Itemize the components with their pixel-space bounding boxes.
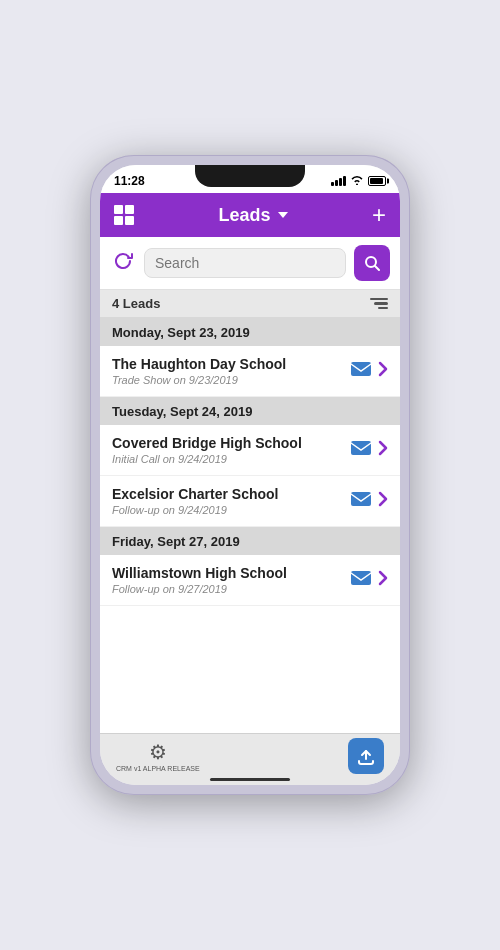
status-icons xyxy=(331,175,386,187)
lead-actions xyxy=(350,491,388,511)
grid-menu-icon[interactable] xyxy=(114,205,134,225)
list-item[interactable]: Williamstown High SchoolFollow-up on 9/2… xyxy=(100,555,400,606)
svg-rect-4 xyxy=(351,492,371,506)
email-icon[interactable] xyxy=(350,491,372,511)
phone-screen: 11:28 xyxy=(100,165,400,785)
notch xyxy=(195,165,305,187)
lead-actions xyxy=(350,361,388,381)
chevron-down-icon xyxy=(278,212,288,218)
lead-info: The Haughton Day SchoolTrade Show on 9/2… xyxy=(112,356,350,386)
svg-rect-2 xyxy=(351,362,371,376)
lead-info: Williamstown High SchoolFollow-up on 9/2… xyxy=(112,565,350,595)
lead-subtitle: Follow-up on 9/27/2019 xyxy=(112,583,350,595)
refresh-icon[interactable] xyxy=(110,248,136,278)
lead-subtitle: Trade Show on 9/23/2019 xyxy=(112,374,350,386)
leads-list: Monday, Sept 23, 2019The Haughton Day Sc… xyxy=(100,318,400,733)
settings-area[interactable]: ⚙ CRM v1 ALPHA RELEASE xyxy=(116,740,200,772)
upload-button[interactable] xyxy=(348,738,384,774)
search-input[interactable] xyxy=(145,249,345,277)
email-icon[interactable] xyxy=(350,440,372,460)
lead-subtitle: Follow-up on 9/24/2019 xyxy=(112,504,350,516)
list-item[interactable]: The Haughton Day SchoolTrade Show on 9/2… xyxy=(100,346,400,397)
signal-bars-icon xyxy=(331,176,346,186)
search-bar xyxy=(100,237,400,290)
leads-count-text: 4 Leads xyxy=(112,296,160,311)
lead-subtitle: Initial Call on 9/24/2019 xyxy=(112,453,350,465)
list-item[interactable]: Excelsior Charter SchoolFollow-up on 9/2… xyxy=(100,476,400,527)
lead-actions xyxy=(350,570,388,590)
wifi-icon xyxy=(350,175,364,187)
date-header: Monday, Sept 23, 2019 xyxy=(100,318,400,346)
date-header-text: Monday, Sept 23, 2019 xyxy=(112,325,250,340)
search-button[interactable] xyxy=(354,245,390,281)
header-title-area[interactable]: Leads xyxy=(218,205,287,226)
lead-name: Covered Bridge High School xyxy=(112,435,350,451)
lead-info: Excelsior Charter SchoolFollow-up on 9/2… xyxy=(112,486,350,516)
date-header: Friday, Sept 27, 2019 xyxy=(100,527,400,555)
leads-count-bar: 4 Leads xyxy=(100,290,400,318)
lead-name: The Haughton Day School xyxy=(112,356,350,372)
svg-rect-3 xyxy=(351,441,371,455)
search-input-wrapper xyxy=(144,248,346,278)
lead-info: Covered Bridge High SchoolInitial Call o… xyxy=(112,435,350,465)
list-item[interactable]: Covered Bridge High SchoolInitial Call o… xyxy=(100,425,400,476)
detail-arrow-icon[interactable] xyxy=(378,570,388,590)
filter-icon[interactable] xyxy=(370,298,388,310)
battery-icon xyxy=(368,176,386,186)
svg-line-1 xyxy=(375,266,379,270)
status-time: 11:28 xyxy=(114,174,145,188)
detail-arrow-icon[interactable] xyxy=(378,361,388,381)
app-header: Leads + xyxy=(100,193,400,237)
detail-arrow-icon[interactable] xyxy=(378,491,388,511)
email-icon[interactable] xyxy=(350,570,372,590)
phone-shell: 11:28 xyxy=(90,155,410,795)
home-indicator xyxy=(210,778,290,781)
date-header: Tuesday, Sept 24, 2019 xyxy=(100,397,400,425)
date-header-text: Friday, Sept 27, 2019 xyxy=(112,534,240,549)
settings-icon: ⚙ xyxy=(149,740,167,764)
lead-actions xyxy=(350,440,388,460)
detail-arrow-icon[interactable] xyxy=(378,440,388,460)
add-lead-button[interactable]: + xyxy=(372,203,386,227)
lead-name: Williamstown High School xyxy=(112,565,350,581)
header-title-text: Leads xyxy=(218,205,270,226)
date-header-text: Tuesday, Sept 24, 2019 xyxy=(112,404,252,419)
svg-rect-5 xyxy=(351,571,371,585)
settings-label: CRM v1 ALPHA RELEASE xyxy=(116,765,200,772)
email-icon[interactable] xyxy=(350,361,372,381)
lead-name: Excelsior Charter School xyxy=(112,486,350,502)
